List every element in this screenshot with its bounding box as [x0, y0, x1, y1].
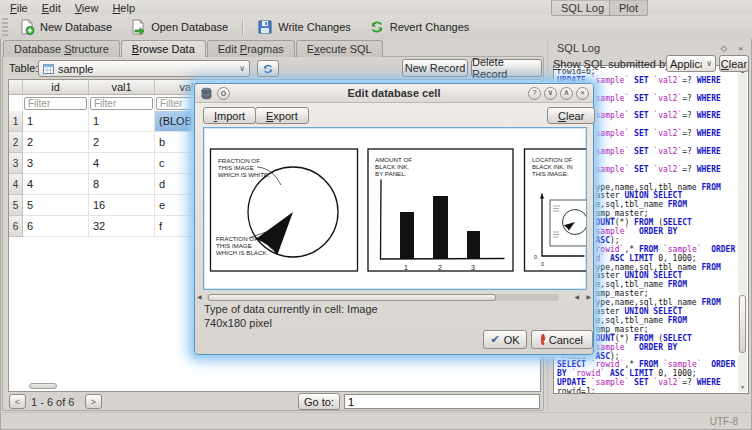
- row-header[interactable]: 1: [9, 111, 23, 132]
- table-cell[interactable]: 2: [23, 132, 89, 153]
- prev-icon: <: [15, 397, 20, 407]
- cell-image-preview[interactable]: FRACTION OF THIS IMAGE WHICH IS WHITE, F…: [203, 127, 587, 290]
- prev-page-button[interactable]: <: [9, 394, 26, 409]
- image-hscrollbar-thumb[interactable]: [208, 294, 496, 301]
- open-database-button[interactable]: Open Database: [121, 17, 237, 37]
- open-database-icon: [130, 19, 146, 35]
- ring-icon: [221, 91, 226, 96]
- check-icon: ✔: [490, 333, 499, 346]
- menu-edit[interactable]: Edit: [35, 1, 68, 15]
- table-corner-header[interactable]: [9, 80, 23, 95]
- filter-input-id[interactable]: [24, 97, 87, 110]
- cancel-button[interactable]: Cancel: [531, 330, 593, 349]
- table-combobox[interactable]: sample ∨: [38, 60, 250, 77]
- table-cell[interactable]: 2: [89, 132, 155, 153]
- column-header-val1[interactable]: val1: [89, 80, 155, 95]
- table-cell[interactable]: 8: [89, 174, 155, 195]
- write-changes-icon: [257, 19, 273, 35]
- tab-browse-data[interactable]: Browse Data: [121, 40, 206, 57]
- sql-log-vscrollbar[interactable]: ▲ ▼: [738, 67, 747, 392]
- toolbar-drag-handle[interactable]: [2, 18, 8, 36]
- scroll-right-icon[interactable]: ▶: [586, 293, 591, 302]
- dialog-help-button[interactable]: ?: [528, 87, 541, 100]
- column-header-id[interactable]: id: [23, 80, 89, 95]
- comic-black-label-2: THIS IMAGE: [216, 242, 252, 249]
- table-label: Table:: [9, 62, 38, 74]
- statusbar: UTF-8: [0, 412, 752, 430]
- table-cell[interactable]: 5: [23, 195, 89, 216]
- scroll-left-icon[interactable]: ◀: [574, 293, 579, 302]
- dialog-close-button[interactable]: ×: [576, 87, 589, 100]
- table-cell[interactable]: 4: [23, 174, 89, 195]
- table-hscrollbar-thumb[interactable]: [29, 383, 57, 389]
- bottom-tab-plot[interactable]: Plot: [609, 0, 648, 16]
- edit-cell-dialog: Edit database cell ? ∨ ∧ × Import Export…: [194, 83, 594, 355]
- comic-location-title-2: BLACK INK, IN: [532, 164, 573, 170]
- bottom-tab-sql-log[interactable]: SQL Log: [551, 0, 614, 16]
- cell-type-label: Type of data currently in cell: Image: [204, 303, 378, 315]
- scroll-left-icon[interactable]: ◀: [197, 293, 202, 302]
- tab-database-structure[interactable]: Database Structure: [3, 40, 120, 57]
- table-cell[interactable]: 3: [23, 153, 89, 174]
- row-header[interactable]: 5: [9, 195, 23, 216]
- sql-log-line: rowid=1;: [557, 388, 735, 394]
- new-record-button[interactable]: New Record: [402, 59, 468, 77]
- image-hscrollbar[interactable]: ◀ ◀ ▶: [197, 293, 593, 302]
- comic-white-label-3: WHICH IS WHITE,: [218, 171, 270, 178]
- ok-button[interactable]: ✔ OK: [483, 330, 527, 349]
- table-icon: [43, 64, 54, 74]
- import-button[interactable]: Import: [203, 107, 256, 124]
- sql-log-vscrollbar-thumb[interactable]: [739, 295, 746, 353]
- toolbar-separator: [242, 19, 243, 35]
- comic-bars-title-2: BLACK INK,: [375, 163, 409, 170]
- goto-label: Go to:: [304, 396, 334, 408]
- menu-view[interactable]: View: [68, 1, 106, 15]
- comic-black-label-1: FRACTION OF: [216, 235, 258, 242]
- table-cell[interactable]: 1: [23, 111, 89, 132]
- sql-log-dock-title: SQL Log: [557, 42, 600, 54]
- xkcd-self-description-image: FRACTION OF THIS IMAGE WHICH IS WHITE, F…: [204, 128, 587, 290]
- sql-source-combobox[interactable]: Applicati ∨: [666, 55, 716, 72]
- new-database-button[interactable]: New Database: [10, 17, 121, 37]
- filter-input-val1[interactable]: [90, 97, 153, 110]
- comic-bar-label-2: 2: [438, 264, 442, 271]
- next-icon: >: [91, 397, 96, 407]
- table-combobox-value: sample: [58, 63, 93, 75]
- comic-zero-y: 0: [534, 254, 537, 260]
- export-button[interactable]: Export: [255, 107, 309, 124]
- goto-input[interactable]: [344, 394, 540, 409]
- refresh-button[interactable]: [257, 60, 279, 77]
- revert-changes-button[interactable]: Revert Changes: [360, 17, 479, 37]
- table-cell[interactable]: 4: [89, 153, 155, 174]
- tab-execute-sql[interactable]: Execute SQL: [296, 40, 383, 57]
- scroll-down-icon[interactable]: ▼: [738, 383, 747, 392]
- clear-cell-button[interactable]: Clear: [547, 107, 595, 124]
- table-cell[interactable]: 1: [89, 111, 155, 132]
- dialog-titlebar[interactable]: Edit database cell ? ∨ ∧ ×: [195, 84, 593, 103]
- row-header[interactable]: 6: [9, 216, 23, 237]
- sql-log-clear-button[interactable]: Clear: [719, 55, 749, 72]
- dialog-shade-button[interactable]: ∨: [544, 87, 557, 100]
- menu-help[interactable]: Help: [105, 1, 142, 15]
- dock-float-icon[interactable]: ◇: [721, 44, 727, 53]
- table-cell[interactable]: 16: [89, 195, 155, 216]
- dock-close-icon[interactable]: ×: [738, 44, 743, 53]
- clear-cell-label: Clear: [558, 110, 584, 122]
- revert-changes-icon: [369, 19, 385, 35]
- image-hscrollbar-track[interactable]: [207, 294, 559, 301]
- table-cell[interactable]: 32: [89, 216, 155, 237]
- menu-file[interactable]: File: [3, 1, 35, 15]
- row-header[interactable]: 2: [9, 132, 23, 153]
- tab-edit-pragmas[interactable]: Edit Pragmas: [207, 40, 295, 57]
- comic-bars-title-3: BY PANEL:: [375, 170, 407, 177]
- write-changes-button[interactable]: Write Changes: [248, 17, 360, 37]
- row-header[interactable]: 3: [9, 153, 23, 174]
- row-header[interactable]: 4: [9, 174, 23, 195]
- next-page-button[interactable]: >: [85, 394, 102, 409]
- table-cell[interactable]: 6: [23, 216, 89, 237]
- dialog-maximize-button[interactable]: ∧: [560, 87, 573, 100]
- sql-log-clear-label: Clear: [721, 58, 747, 70]
- delete-record-button[interactable]: Delete Record: [471, 59, 542, 77]
- keep-above-button[interactable]: [217, 87, 230, 100]
- goto-button[interactable]: Go to:: [298, 393, 340, 410]
